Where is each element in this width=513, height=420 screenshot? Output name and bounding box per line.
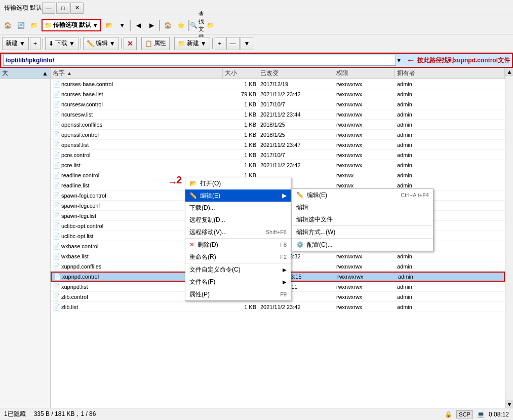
table-row[interactable]: 📄 openssl.control 1 KB 2018/1/25 rwxrwxr… (51, 130, 505, 140)
sort-icon[interactable]: ▲ (42, 70, 48, 77)
refresh-icon[interactable]: 🔄 (15, 20, 26, 31)
file-perm-cell: rwxrwx (334, 182, 395, 188)
add-button[interactable]: + (30, 37, 41, 50)
dropdown-arrow: ▼ (92, 22, 98, 29)
folder-icon[interactable]: 📁 (28, 20, 40, 31)
download-button[interactable]: ⬇ 下载 ▼ (45, 37, 78, 50)
edit-arrow: ▼ (109, 40, 115, 47)
doc-icon: 📄 (53, 151, 60, 159)
attribute-button[interactable]: 📋 属性 (141, 37, 170, 50)
plus-button[interactable]: + (215, 37, 225, 50)
folder2-icon[interactable]: 📁 (205, 20, 216, 31)
bookmark-icon[interactable]: ⭐ (175, 20, 186, 31)
file-owner-cell: admin (395, 172, 505, 178)
menu-item-remote-move[interactable]: 远程移动(V)... Shift+F6 (185, 226, 291, 238)
file-name-cell: 📄 openssl.list (51, 141, 223, 148)
menu-item-download[interactable]: 下载(D)... (185, 202, 291, 214)
menu-item-custom-cmd[interactable]: 文件自定义命令(C) ▶ (185, 263, 291, 276)
edit-submenu-item4[interactable]: 编辑方式...(W) (292, 226, 433, 238)
minus-button[interactable]: — (226, 37, 240, 50)
table-row[interactable]: 📄 pcre.control 1 KB 2017/10/7 rwxrwxrwx … (51, 150, 505, 160)
col-owner[interactable]: 拥有者 (395, 68, 505, 79)
col-size[interactable]: 大小 (223, 68, 258, 79)
doc-icon: 📄 (53, 243, 60, 250)
menu-properties-label: 属性(P) (189, 290, 210, 299)
doc-icon: 📄 (53, 233, 60, 240)
find-icon: 🔍 (190, 22, 198, 29)
config-item[interactable]: ⚙️ 配置(C)... (292, 239, 433, 251)
separator3 (188, 20, 189, 31)
menu-remote-move-label: 远程移动(V)... (189, 228, 227, 237)
maximize-button[interactable]: □ (56, 3, 69, 14)
edit-menu-icon: ✏️ (189, 192, 197, 199)
menu-item-edit[interactable]: ✏️ 编辑(E) ▶ ✏️ 编辑(E) Ctrl+Alt+F4 编辑 编辑选中文… (185, 189, 291, 202)
table-row[interactable]: 📄 ncurses-base.control 1 KB 2017/12/19 r… (51, 79, 505, 89)
col-perm[interactable]: 权限 (334, 68, 395, 79)
find-label: 查找文件 (199, 10, 204, 41)
back-icon[interactable]: ◀ (133, 20, 144, 31)
table-row[interactable]: 📄 pcre.list 1 KB 2021/11/2 23:42 rwxrwxr… (51, 160, 505, 170)
file-owner-cell: admin (396, 274, 504, 280)
toolbar-home-icon[interactable]: 🏠 (162, 20, 173, 31)
edit-submenu-item2[interactable]: 编辑 (292, 201, 433, 213)
file-date-cell: 2017/10/7 (258, 101, 334, 107)
find-file-icon[interactable]: 🔍 查找文件 (191, 20, 203, 31)
forward-icon[interactable]: ▶ (146, 20, 157, 31)
edit-submenu-item1[interactable]: ✏️ 编辑(E) Ctrl+Alt+F4 (292, 189, 433, 201)
table-row[interactable]: 📄 ncursesw.control 1 KB 2017/10/7 rwxrwx… (51, 99, 505, 109)
edit-sub-shortcut1: Ctrl+Alt+F4 (401, 192, 429, 198)
right-scrollbar[interactable]: ▲ ▼ (505, 68, 513, 408)
file-name: uclibc-opt.control (61, 223, 103, 229)
table-row[interactable]: 📄 ncursesw.list 1 KB 2021/11/2 23:44 rwx… (51, 109, 505, 120)
file-name-cell: 📄 ncurses-base.list (51, 91, 223, 98)
file-date-cell: 2017/10/7 (258, 152, 334, 158)
menu-item-properties[interactable]: 属性(P) F9 (185, 288, 291, 300)
col-date[interactable]: 已改变 (258, 68, 334, 79)
file-name-cell: 📄 openssl.conffiles (51, 121, 223, 128)
doc-icon: 📄 (54, 273, 61, 280)
file-perm-cell: rwxrwxrwx (334, 91, 395, 97)
file-owner-cell: admin (395, 263, 505, 270)
edit-sub-label3: 编辑选中文件 (296, 215, 333, 224)
new-folder-icon[interactable]: 📂 (103, 20, 114, 31)
hidden-count: 1已隐藏 (4, 410, 26, 418)
size-label: 大 (2, 69, 8, 78)
file-perm-cell: rwxrwxrwx (334, 132, 395, 138)
folder-name-dropdown[interactable]: 📁 传输选项 默认 ▼ (42, 19, 101, 31)
attribute-icon: 📋 (145, 40, 152, 47)
home-icon[interactable]: 🏠 (2, 20, 13, 31)
delete-button[interactable]: ✕ (124, 37, 137, 50)
file-owner-cell: admin (395, 253, 505, 259)
file-date-cell: 2021/11/2 23:44 (258, 111, 334, 118)
close-button[interactable]: ✕ (70, 3, 84, 14)
file-size-cell: 1 KB (223, 152, 258, 158)
filter2-button[interactable]: ▼ (241, 37, 254, 50)
doc-icon: 📄 (53, 293, 60, 300)
edit-submenu-item3[interactable]: 编辑选中文件 (292, 213, 433, 225)
download-arrow: ▼ (69, 40, 75, 47)
scroll-down-btn[interactable]: ▼ (505, 400, 513, 408)
edit-button[interactable]: ✏️ 编辑 ▼ (83, 37, 119, 50)
menu-item-open[interactable]: 📂 打开(O) (185, 177, 291, 189)
new-button[interactable]: 新建 ▼ (2, 37, 29, 50)
menu-item-rename[interactable]: 重命名(R) F2 (185, 251, 291, 263)
address-input[interactable] (3, 55, 396, 66)
scroll-up-btn[interactable]: ▲ (505, 68, 513, 76)
filter-icon[interactable]: ▼ (116, 20, 128, 31)
menu-item-remote-copy[interactable]: 远程复制(D... (185, 214, 291, 226)
scroll-track[interactable] (505, 76, 513, 400)
table-row[interactable]: 📄 openssl.list 1 KB 2021/11/2 23:47 rwxr… (51, 140, 505, 150)
menu-item-filename[interactable]: 文件名(F) ▶ (185, 276, 291, 288)
menu-item-delete[interactable]: ✕ 删除(D) F8 (185, 239, 291, 251)
table-row[interactable]: 📄 zlib.list 1 KB 2021/11/2 23:42 rwxrwxr… (51, 302, 505, 312)
file-name: ncursesw.control (61, 101, 103, 107)
new2-button[interactable]: 📁 新建 ▼ (174, 37, 210, 50)
separator-3 (121, 38, 122, 49)
file-owner-cell: admin (395, 162, 505, 168)
col-name[interactable]: 名字 ▲ (51, 68, 223, 79)
minimize-button[interactable]: — (42, 3, 55, 14)
new-label: 新建 (6, 39, 18, 48)
table-row[interactable]: 📄 openssl.conffiles 1 KB 2018/1/25 rwxrw… (51, 120, 505, 130)
menu-edit-label: 编辑(E) (200, 192, 220, 200)
table-row[interactable]: 📄 ncurses-base.list 79 KB 2021/11/2 23:4… (51, 89, 505, 99)
